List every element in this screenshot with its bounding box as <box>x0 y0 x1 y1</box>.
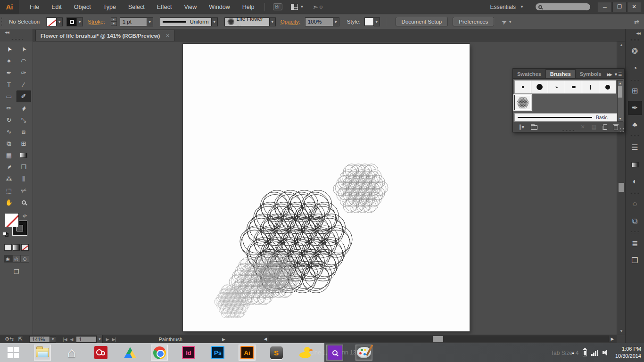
libraries-panel-icon[interactable] <box>531 125 537 130</box>
tab-brushes[interactable]: Brushes <box>545 69 576 78</box>
gradient-tool[interactable] <box>17 149 31 161</box>
selection-tool[interactable]: ➤ <box>2 43 17 55</box>
fill-color-button[interactable]: ▼ <box>46 17 63 26</box>
scroll-thumb[interactable] <box>618 86 622 98</box>
slice-tool[interactable]: ✄ <box>17 185 31 197</box>
opacity-combo[interactable]: 100%▶ <box>305 17 339 26</box>
draw-normal-button[interactable]: ◉ <box>4 255 12 263</box>
home-shortcut[interactable]: ⌂ <box>63 345 80 361</box>
collapse-panel-icon[interactable]: ◀◀ <box>5 31 9 34</box>
dock-grip[interactable] <box>629 39 641 41</box>
scroll-right-icon[interactable]: ▶ <box>609 335 616 343</box>
opacity-link[interactable]: Opacity: <box>281 19 300 25</box>
symbol-sprayer-tool[interactable]: ⁂ <box>2 173 17 185</box>
hand-tool[interactable]: ✋ <box>2 197 17 208</box>
blend-tool[interactable]: ❒ <box>17 161 31 173</box>
pen-tool[interactable]: ✒ <box>2 67 17 79</box>
brush-options-icon[interactable]: ▤ <box>592 124 596 130</box>
symbols-panel[interactable]: ♣ <box>628 118 642 132</box>
round-brush-medium[interactable] <box>599 80 616 94</box>
rectangle-tool[interactable]: ▭ <box>2 90 17 102</box>
round-brush-small[interactable] <box>514 80 531 94</box>
eraser-tool[interactable]: ▰ <box>17 102 31 114</box>
menu-type[interactable]: Type <box>97 0 122 14</box>
step-down[interactable]: ▼ <box>111 22 117 26</box>
basic-brush-row[interactable]: Basic <box>514 113 617 122</box>
artboard[interactable] <box>183 44 470 331</box>
brush-libraries-menu-icon[interactable]: ∥▾ <box>519 124 524 130</box>
expand-panels-icon[interactable]: ◀◀ <box>626 29 644 36</box>
stroke-link[interactable]: Stroke: <box>88 19 105 25</box>
indesign[interactable]: Id <box>180 345 197 361</box>
menu-edit[interactable]: Edit <box>45 0 68 14</box>
lasso-tool[interactable]: ◠ <box>17 55 31 67</box>
zoom-level-combo[interactable]: 141%▼ <box>29 336 56 343</box>
export-icon[interactable]: ⇱ <box>18 336 23 342</box>
none-button[interactable] <box>21 244 29 251</box>
dash-brush[interactable] <box>548 80 565 94</box>
workspace-switcher[interactable]: Essentials▼ <box>485 4 528 10</box>
battery-icon[interactable] <box>583 349 587 356</box>
network-icon[interactable] <box>591 349 598 356</box>
next-artboard-button[interactable]: ▶ <box>106 337 109 342</box>
menu-help[interactable]: Help <box>236 0 261 14</box>
appearance-panel[interactable]: ◌ <box>628 197 642 211</box>
menu-window[interactable]: Window <box>203 0 236 14</box>
screen-mode-button[interactable]: ❐ <box>0 268 33 275</box>
zoom-tool[interactable] <box>17 197 31 208</box>
gradient-panel[interactable] <box>628 157 642 172</box>
dock-grip[interactable] <box>629 78 641 81</box>
width-tool[interactable]: ∿ <box>2 126 17 138</box>
oval-brush[interactable] <box>565 80 582 94</box>
bridge-button[interactable]: Br <box>273 3 282 10</box>
arrange-documents-button[interactable]: ▼ <box>291 4 304 10</box>
menu-view[interactable]: View <box>178 0 203 14</box>
graphic-styles-panel[interactable]: ⧉ <box>628 214 642 228</box>
dock-grip[interactable] <box>629 191 641 194</box>
perspective-grid-tool[interactable]: ⊞ <box>17 138 31 149</box>
rotate-tool[interactable]: ↻ <box>2 114 17 126</box>
google-drive[interactable] <box>122 345 139 361</box>
panel-scrollbar[interactable]: ▲▼ <box>617 80 623 122</box>
horizontal-scrollbar[interactable]: ◀ ▶ <box>262 335 616 343</box>
layers-panel[interactable]: ≣ <box>628 237 642 251</box>
volume-icon[interactable] <box>603 349 609 356</box>
panel-menu-icon[interactable]: ▼☰ <box>614 72 622 77</box>
search[interactable] <box>326 345 343 361</box>
first-artboard-button[interactable]: |◀ <box>63 337 67 342</box>
panel-resize-grip[interactable] <box>620 128 624 132</box>
artboard-number-combo[interactable]: 1▼ <box>76 335 103 344</box>
document-setup-button[interactable]: Document Setup <box>396 17 448 26</box>
tab-swatches[interactable]: Swatches <box>513 70 545 78</box>
color-guide-panel[interactable]: ◔ <box>628 61 642 75</box>
stroke-panel[interactable]: ☰ <box>628 140 642 155</box>
column-graph-tool[interactable]: ⫼ <box>17 173 31 185</box>
step-up[interactable]: ▲ <box>111 17 117 22</box>
mesh-tool[interactable]: ▦ <box>2 149 17 161</box>
horizontal-scroll-thumb[interactable] <box>433 336 443 342</box>
dock-grip[interactable] <box>629 231 641 234</box>
close-button[interactable]: ✕ <box>627 2 641 12</box>
pencil-tool[interactable]: ✏ <box>2 102 17 114</box>
direct-selection-tool[interactable]: ➤ <box>17 43 31 55</box>
color-button[interactable] <box>4 244 12 251</box>
control-panel-dock-icon[interactable]: ⇄ <box>634 18 639 25</box>
width-profile-combo[interactable]: Uniform▼ <box>160 17 218 26</box>
default-fill-stroke-icon[interactable] <box>3 232 9 237</box>
tools-panel-header[interactable]: ◀◀ <box>0 29 33 41</box>
round-brush-large[interactable] <box>531 80 548 94</box>
select-similar-button[interactable]: ➤ <box>501 17 508 26</box>
style-swatch-button[interactable]: ▼ <box>364 17 380 26</box>
restore-button[interactable]: ❐ <box>612 2 627 12</box>
chrome[interactable] <box>151 345 168 361</box>
scroll-down-icon[interactable]: ▼ <box>617 328 626 335</box>
sync-settings-icon[interactable]: ⚙⇆ <box>5 336 14 342</box>
file-explorer[interactable] <box>34 345 51 361</box>
illustrator[interactable]: Ai <box>239 345 256 361</box>
cyberduck[interactable] <box>297 345 314 361</box>
creative-cloud[interactable] <box>92 345 109 361</box>
brushes-panel[interactable]: ✒ <box>628 101 642 115</box>
transparency-panel[interactable]: ◐ <box>628 174 642 189</box>
stroke-weight-stepper[interactable]: ▲▼ <box>111 17 117 26</box>
sync-status-icon[interactable]: ➣⊙ <box>312 3 322 11</box>
